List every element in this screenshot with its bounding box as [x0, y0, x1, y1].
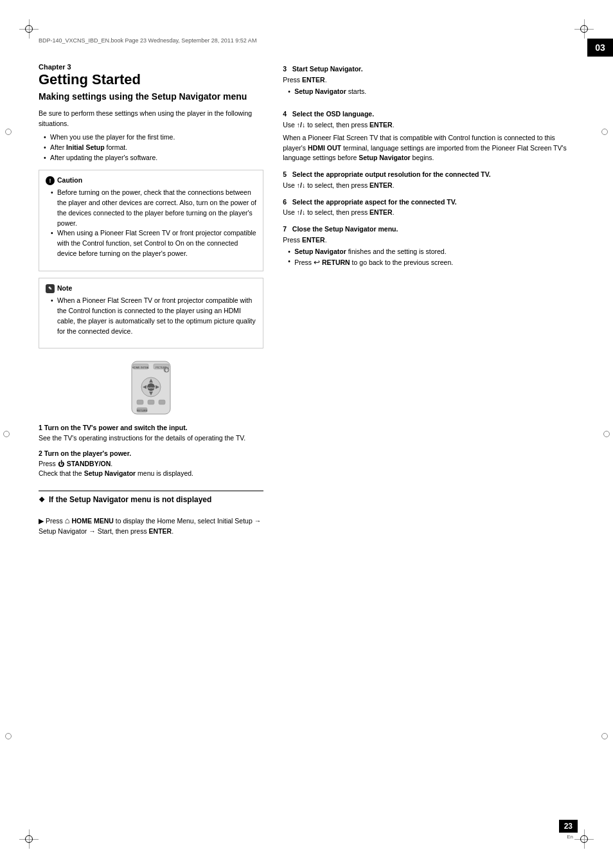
list-item: When a Pioneer Flat Screen TV or front p… — [51, 296, 256, 336]
intro-bullet-list: When you use the player for the first ti… — [44, 132, 263, 163]
right-step-3: 3 Start Setup Navigator. Press ENTER. Se… — [283, 64, 574, 103]
intro-text: Be sure to perform these settings when u… — [39, 109, 263, 129]
page-label: En — [567, 834, 573, 840]
side-mark-left — [3, 431, 10, 437]
list-item: When using a Pioneer Flat Screen TV or f… — [51, 228, 256, 258]
header-file-info: BDP-140_VXCNS_IBD_EN.book Page 23 Wednes… — [39, 37, 256, 44]
right-step-7: 7 Close the Setup Navigator menu. Press … — [283, 224, 574, 275]
svg-rect-12 — [137, 400, 143, 404]
caution-box: ! Caution Before turning on the power, c… — [39, 170, 263, 271]
right-step-4: 4 Select the OSD language. Use ↑/↓ to se… — [283, 109, 574, 163]
corner-mark-tr — [574, 19, 594, 39]
note-box: ✎ Note When a Pioneer Flat Screen TV or … — [39, 278, 263, 349]
right-step-5: 5 Select the appropriate output resoluti… — [283, 170, 574, 191]
left-column: Chapter 3 Getting Started Making setting… — [39, 58, 263, 829]
list-item: After Initial Setup format. — [44, 143, 263, 153]
if-not-displayed-section: ❖ If the Setup Navigator menu is not dis… — [39, 491, 263, 505]
note-title: ✎ Note — [46, 284, 256, 294]
side-mark-right — [603, 431, 610, 437]
list-item: Setup Navigator finishes and the setting… — [288, 247, 574, 257]
list-item: Before turning on the power, check that … — [51, 188, 256, 228]
list-item: After updating the player's software. — [44, 153, 263, 163]
svg-rect-13 — [148, 400, 154, 404]
list-item: Press ↩ RETURN to go back to the previou… — [288, 257, 574, 268]
chapter-badge: 03 — [587, 39, 613, 57]
list-item: When you use the player for the first ti… — [44, 132, 263, 143]
svg-text:RETURN: RETURN — [137, 409, 148, 412]
svg-rect-14 — [159, 400, 165, 404]
note-icon: ✎ — [46, 284, 55, 293]
caution-icon: ! — [46, 176, 55, 185]
step-1: 1 Turn on the TV's power and switch the … — [39, 423, 263, 444]
page-number: 23 — [559, 820, 578, 833]
right-step-6: 6 Select the appropriate aspect for the … — [283, 197, 574, 219]
note-list: When a Pioneer Flat Screen TV or front p… — [51, 296, 256, 336]
caution-title: ! Caution — [46, 176, 256, 186]
mid-mark-bottom-left — [5, 733, 12, 739]
press-note: ▶ Press ⌂ HOME MENU to display the Home … — [39, 514, 263, 537]
mid-mark-top-right — [601, 129, 608, 135]
mid-mark-top-left — [5, 129, 12, 135]
if-not-displayed-title: ❖ If the Setup Navigator menu is not dis… — [39, 495, 263, 505]
corner-mark-tl — [19, 19, 39, 39]
page-title: Getting Started — [39, 72, 263, 87]
svg-text:HOME INITIAL: HOME INITIAL — [132, 366, 150, 369]
mid-mark-bottom-right — [601, 733, 608, 739]
page-subtitle: Making settings using the Setup Navigato… — [39, 91, 263, 102]
main-content: Chapter 3 Getting Started Making setting… — [39, 58, 574, 829]
remote-image: HOME INITIAL PICTURE ENTER ⏻ — [39, 360, 263, 418]
chapter-label: Chapter 3 — [39, 63, 263, 71]
right-column: 3 Start Setup Navigator. Press ENTER. Se… — [283, 58, 574, 829]
step-2: 2 Turn on the player's power. Press ⏻ ST… — [39, 449, 263, 479]
svg-text:⏻: ⏻ — [165, 368, 168, 372]
caution-list: Before turning on the power, check that … — [51, 188, 256, 258]
list-item: Setup Navigator starts. — [288, 87, 574, 97]
svg-text:ENTER: ENTER — [147, 386, 155, 390]
corner-mark-bl — [19, 829, 39, 849]
